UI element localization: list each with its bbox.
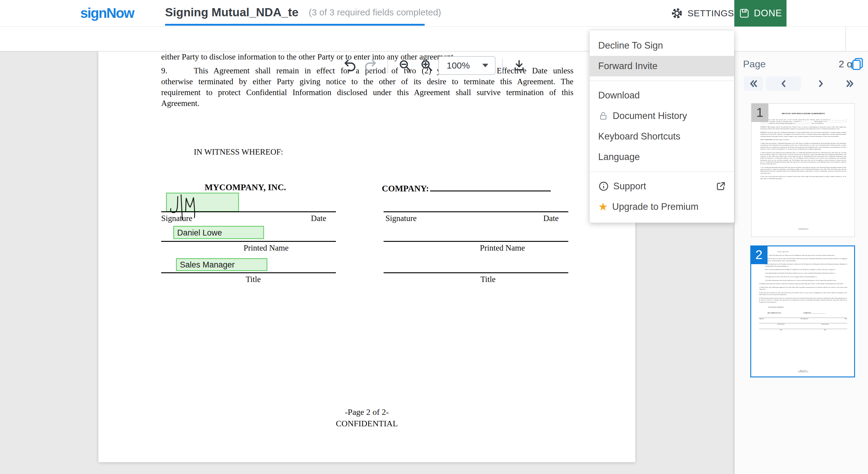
- next-page-button[interactable]: [814, 77, 828, 91]
- pages-sidebar: Page 2 of 2: [734, 51, 868, 474]
- printed-name-line-left: [161, 241, 336, 242]
- undo-icon[interactable]: [343, 59, 356, 72]
- document-title: Signing Mutual_NDA_te: [165, 6, 299, 19]
- thumb-text: (c) Is independently developed by the Re…: [765, 272, 847, 274]
- clause-9-number: 9.: [161, 65, 194, 76]
- signature-label-right: Signature: [385, 214, 416, 223]
- thumb-text: NOW, THEREFORE, the Parties agree as fol…: [760, 139, 846, 141]
- signature-label-left: Signature: [161, 214, 192, 223]
- company-blank-line: [430, 182, 551, 191]
- printed-name-label-left: Printed Name: [244, 243, 288, 253]
- thumb-label: Signature: [803, 318, 808, 319]
- clause-9-line: otherwise terminated by either Party giv…: [161, 76, 574, 87]
- footer-confidential: CONFIDENTIAL: [98, 418, 635, 429]
- pages-panel-icon[interactable]: [850, 57, 864, 71]
- gear-icon: [671, 7, 683, 20]
- toolbar-divider: [845, 27, 846, 51]
- zoom-level-value: 100%: [447, 60, 470, 71]
- thumb-label: Title: [803, 329, 847, 330]
- menu-item-language[interactable]: Language: [590, 147, 734, 167]
- caret-down-icon: [482, 64, 488, 67]
- first-page-button[interactable]: [744, 77, 763, 91]
- date-label-right: Date: [543, 214, 559, 223]
- thumbnail-1-number: 1: [751, 103, 768, 122]
- clause-9-line: requirement to protect Confidential Info…: [161, 87, 574, 98]
- chevron-right-icon: [816, 79, 826, 88]
- thumb-text: 8. This Agreement contains the entire ag…: [759, 292, 847, 296]
- thumb-text: WHEREAS MyCompany and the Second Party (…: [760, 126, 846, 130]
- settings-button[interactable]: SETTINGS: [671, 0, 734, 27]
- left-party-name: MYCOMPANY, INC.: [205, 182, 286, 192]
- thumbnail-1-preview: MUTUAL NON-DISCLOSURE AGREEMENT This Agr…: [751, 103, 855, 237]
- menu-item-download[interactable]: Download: [590, 85, 734, 106]
- date-label-left: Date: [311, 214, 326, 223]
- menu-divider: [590, 172, 734, 172]
- chevrons-right-icon: [845, 79, 855, 88]
- thumb-text: 4. The terms of this Agreement shall not…: [760, 176, 846, 180]
- last-page-button[interactable]: [842, 77, 858, 91]
- signature-line-left: [161, 211, 336, 212]
- thumb-text: This Agreement is made and entered into …: [760, 119, 846, 124]
- menu-item-label: Upgrade to Premium: [612, 201, 699, 212]
- done-button[interactable]: DONE: [734, 0, 786, 27]
- witness-clause: IN WITNESS WHEREOF:: [194, 147, 283, 157]
- page-thumbnail-1[interactable]: 1 MUTUAL NON-DISCLOSURE AGREEMENT This A…: [751, 103, 855, 237]
- document-page: either Party to disclose information to …: [98, 51, 635, 462]
- menu-item-label: Support: [613, 181, 646, 192]
- printed-name-field[interactable]: Daniel Lowe: [173, 226, 264, 239]
- page-footer: -Page 2 of 2- CONFIDENTIAL: [98, 406, 635, 429]
- title-line-left: [161, 272, 336, 273]
- menu-item-upgrade-to-premium[interactable]: ★ Upgrade to Premium: [590, 197, 734, 217]
- previous-page-button[interactable]: [766, 77, 801, 91]
- title-underline: [165, 24, 425, 26]
- save-icon: [739, 8, 750, 19]
- thumb-witness: IN WITNESS WHEREOF:: [768, 306, 847, 308]
- title-line-right: [383, 272, 568, 273]
- page-label: Page: [743, 59, 766, 70]
- thumbnail-2-number: 2: [750, 245, 768, 264]
- menu-item-keyboard-shortcuts[interactable]: Keyboard Shortcuts: [590, 126, 734, 147]
- signature-line-right: [383, 211, 568, 212]
- done-label: DONE: [754, 8, 782, 19]
- thumb-text: 6. Nothing in this Agreement shall be co…: [759, 283, 847, 285]
- redo-icon[interactable]: [364, 59, 377, 72]
- settings-label: SETTINGS: [687, 8, 734, 19]
- zoom-level-select[interactable]: 100%: [438, 56, 496, 75]
- thumb-text: 3. All Confidential Information disclose…: [760, 166, 846, 174]
- thumb-left-party: MYCOMPANY, INC.: [759, 312, 803, 314]
- lock-icon: [598, 111, 609, 121]
- menu-item-label: Document History: [613, 111, 687, 121]
- zoom-in-icon[interactable]: [420, 59, 433, 72]
- thumb-footer: -Page 2 of 2- CONFIDENTIAL: [751, 369, 855, 373]
- overflow-menu: Decline To Sign Forward Invite Download …: [589, 30, 734, 223]
- menu-item-forward-invite[interactable]: Forward Invite: [590, 56, 734, 77]
- menu-item-decline-to-sign[interactable]: Decline To Sign: [590, 35, 734, 56]
- company-label: COMPANY:: [382, 183, 429, 193]
- thumb-label: Date: [845, 318, 847, 319]
- menu-item-document-history[interactable]: Document History: [590, 106, 734, 126]
- header: signNow Signing Mutual_NDA_te (3 of 3 re…: [0, 0, 868, 27]
- download-icon[interactable]: [513, 59, 526, 72]
- external-link-icon: [715, 181, 726, 192]
- thumb-text: (a) Is already known to the Recipient, h…: [765, 263, 847, 267]
- fields-progress: (3 of 3 required fields completed): [309, 7, 441, 18]
- page-thumbnail-2-selected[interactable]: 2 -closure Agreement ...that the Recipie…: [750, 245, 855, 377]
- zoom-out-icon[interactable]: [398, 59, 412, 72]
- right-party-label: COMPANY:: [382, 182, 551, 194]
- thumb-label: Title: [759, 329, 803, 330]
- title-label-left: Title: [246, 275, 261, 284]
- title-field[interactable]: Sales Manager: [176, 258, 268, 271]
- thumb-label: Signature: [759, 318, 764, 319]
- toolbar-divider: [502, 58, 503, 74]
- thumb-text: 2. When informed of the proprietary and …: [760, 152, 846, 165]
- signnow-app: signNow Signing Mutual_NDA_te (3 of 3 re…: [0, 0, 868, 474]
- thumb-text: 9. This Agreement shall remain in effect…: [759, 297, 847, 303]
- menu-item-support[interactable]: Support: [590, 176, 734, 197]
- thumb-right-party: COMPANY:___________________: [803, 312, 847, 314]
- signature-field[interactable]: [166, 192, 239, 212]
- printed-name-label-right: Printed Name: [480, 243, 525, 253]
- signnow-logo: signNow: [80, 0, 134, 27]
- thumb-text: (e) Is disclosed pursuant to the lawful …: [765, 279, 847, 281]
- info-icon: [598, 181, 609, 192]
- chevron-left-icon: [779, 79, 788, 88]
